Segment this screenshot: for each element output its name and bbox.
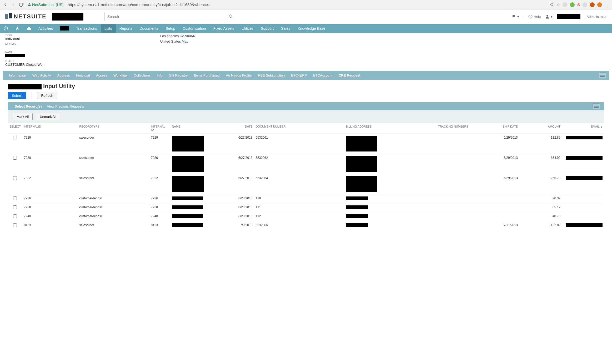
nav-item-utilities[interactable]: Utilities <box>238 24 257 33</box>
row-checkbox[interactable] <box>13 196 17 200</box>
url-bar[interactable]: https://system.na1.netsuite.com/app/comm… <box>68 2 547 7</box>
cell-date: 6/28/2013 <box>207 203 254 212</box>
nav-item-transactions[interactable]: Transactions <box>72 24 101 33</box>
search-icon[interactable] <box>228 14 233 19</box>
zoom-icon[interactable] <box>550 3 554 7</box>
col-amount[interactable]: AMOUNT <box>519 123 562 134</box>
tab-select-records[interactable]: Select Record(s) <box>12 104 44 108</box>
cell-internal-id: 7936 <box>149 194 170 203</box>
cell-recordtype: salesorder <box>78 154 149 174</box>
cell-tracking <box>379 174 470 194</box>
home-icon[interactable] <box>23 24 35 33</box>
row-checkbox[interactable] <box>13 205 17 209</box>
ns-header: NETSUITE ▾ | ? Help ▾ - Administrator <box>0 9 612 24</box>
netsuite-logo[interactable]: NETSUITE <box>5 13 47 20</box>
nav-item-documents[interactable]: Documents <box>136 24 162 33</box>
nav-item-reports[interactable]: Reports <box>116 24 136 33</box>
table-row: 7930salesorder79306/27/201355320626/29/2… <box>8 154 604 174</box>
col-docnum[interactable]: DOCUMENT NUMBER <box>254 123 344 134</box>
menu-icon[interactable]: ⋮ <box>605 2 609 8</box>
recent-records-icon[interactable] <box>0 24 12 33</box>
nav-item-setup[interactable]: Setup <box>162 24 179 33</box>
extension-icon[interactable] <box>570 2 575 7</box>
cell-email <box>562 154 604 174</box>
nav-item-lists[interactable]: Lists <box>101 24 116 33</box>
extension-icon[interactable]: S <box>577 2 580 7</box>
subtab-cre-request[interactable]: CRE Request <box>335 71 363 80</box>
mark-all-button[interactable]: Mark All <box>13 113 33 120</box>
col-internalid[interactable]: INTERNALID <box>22 123 78 134</box>
extension-icon[interactable] <box>590 2 595 7</box>
subtab-collections[interactable]: Collections <box>131 71 154 80</box>
extension-icon[interactable] <box>563 2 567 7</box>
nav-item-knowledge-base[interactable]: Knowledge Base <box>294 24 329 33</box>
nav-item-sales[interactable]: Sales <box>277 24 294 33</box>
refresh-button[interactable]: Refresh <box>37 92 57 99</box>
subtab-rbe-subscription[interactable]: RBE Subscription <box>255 71 288 80</box>
tab-view-previous[interactable]: View Previous Requests <box>44 104 87 108</box>
cell-docnum: 112 <box>254 212 344 221</box>
subtab-gift-registry[interactable]: Gift Registry <box>166 71 191 80</box>
row-checkbox[interactable] <box>13 156 17 160</box>
name-redacted <box>172 176 204 192</box>
row-checkbox[interactable] <box>13 176 17 180</box>
cell-shipdate: 6/29/2013 <box>470 154 519 174</box>
back-button[interactable] <box>3 2 8 7</box>
section-layout-icon[interactable] <box>593 103 600 109</box>
forward-button[interactable] <box>11 2 16 7</box>
subtab-layout-icon[interactable] <box>599 72 606 78</box>
reload-button[interactable] <box>18 2 24 7</box>
col-tracking[interactable]: TRACKING NUMBERS <box>379 123 470 134</box>
address-line: Los angeles CA 90064 <box>160 34 195 38</box>
feedback-icon[interactable]: ▾ <box>512 14 519 19</box>
cell-tracking <box>379 154 470 174</box>
col-email[interactable]: EMAIL ▲ <box>562 123 604 134</box>
map-link[interactable]: Map <box>182 39 188 43</box>
lock-icon <box>28 3 31 7</box>
star-icon[interactable]: ☆ <box>557 3 560 7</box>
subtab-financial[interactable]: Financial <box>73 71 93 80</box>
row-checkbox[interactable] <box>13 136 17 139</box>
subtab-info[interactable]: Info <box>154 71 166 80</box>
global-search[interactable] <box>104 12 236 21</box>
section-bar: Select Record(s) View Previous Requests <box>8 102 604 110</box>
nav-item-support[interactable]: Support <box>257 24 277 33</box>
col-billing[interactable]: BILLING ADDRESS <box>344 123 379 134</box>
subtab-workflow[interactable]: Workflow <box>110 71 131 80</box>
extension-icon[interactable] <box>583 2 587 7</box>
col-recordtype[interactable]: RECORDTYPE <box>78 123 149 134</box>
nav-item-redacted[interactable] <box>57 24 72 33</box>
subtab-web-activity[interactable]: Web Activity <box>29 71 54 80</box>
user-menu[interactable]: ▾ <box>545 14 553 19</box>
help-button[interactable]: ? Help <box>528 14 541 19</box>
nav-item-activities[interactable]: Activities <box>35 24 57 33</box>
row-checkbox[interactable] <box>13 214 17 218</box>
cell-date: 6/27/2013 <box>207 154 254 174</box>
subtab-access[interactable]: Access <box>93 71 110 80</box>
row-checkbox[interactable] <box>13 223 17 227</box>
user-name-redacted <box>557 14 580 19</box>
submit-button[interactable]: Submit <box>8 92 26 99</box>
nav-item-fixed-assets[interactable]: Fixed Assets <box>210 24 238 33</box>
col-name[interactable]: NAME <box>170 123 207 134</box>
col-internal-id[interactable]: INTERNAL ID <box>149 123 170 134</box>
subtab-air-needs-profile[interactable]: Air Needs Profile <box>223 71 255 80</box>
subtab-items-purchased[interactable]: Items Purchased <box>191 71 223 80</box>
shortcuts-icon[interactable] <box>12 24 23 33</box>
site-identity: NetSuite Inc. [US] <box>26 2 65 7</box>
address-country: United States Map <box>160 39 195 43</box>
subtab-address[interactable]: Address <box>54 71 73 80</box>
subtab-information[interactable]: Information <box>6 71 29 80</box>
col-date[interactable]: DATE <box>207 123 254 134</box>
subtab-btc4erp[interactable]: BTC4ERP <box>288 71 310 80</box>
extension-icon[interactable] <box>597 2 602 7</box>
col-shipdate[interactable]: SHIP DATE <box>470 123 519 134</box>
col-select[interactable]: SELECT <box>8 123 22 134</box>
search-input[interactable] <box>107 14 233 19</box>
unmark-all-button[interactable]: Unmark All <box>36 113 60 120</box>
cell-shipdate <box>470 212 519 221</box>
nav-item-customization[interactable]: Customization <box>179 24 210 33</box>
name-redacted <box>172 196 203 200</box>
cell-internal-id: 7938 <box>149 203 170 212</box>
subtab-btcaccount[interactable]: BTCAccount <box>310 71 335 80</box>
